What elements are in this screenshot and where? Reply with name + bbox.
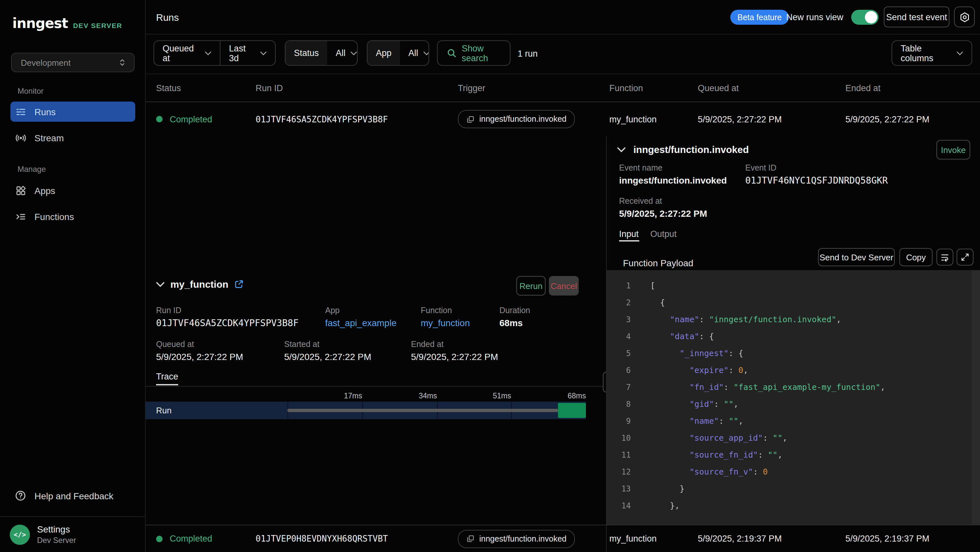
trigger-badge[interactable]: inngest/function.invoked (458, 110, 575, 128)
sidebar-item-apps[interactable]: Apps (10, 180, 135, 201)
sidebar-item-stream[interactable]: Stream (10, 128, 135, 148)
event-name-value: inngest/function.invoked (619, 175, 727, 185)
invoke-button[interactable]: Invoke (936, 140, 970, 160)
time-filter: Queued at Last 3d (153, 40, 276, 66)
event-copy-icon (466, 115, 475, 123)
show-search-label: Show search (462, 43, 501, 63)
show-search-button[interactable]: Show search (437, 40, 511, 66)
table-header: StatusRun IDTriggerFunctionQueued atEnde… (146, 74, 980, 102)
beta-feature-badge: Beta feature (730, 10, 789, 25)
event-copy-icon (466, 534, 475, 543)
ended-at-cell: 5/9/2025, 2:19:37 PM (845, 525, 929, 552)
payload-code-editor[interactable]: 1[2 {3 "name": "inngest/function.invoked… (607, 270, 980, 525)
external-link-icon[interactable] (234, 279, 244, 289)
manage-section-label: Manage (18, 165, 46, 174)
trace-tick-label: 68ms (547, 392, 586, 400)
code-line: 5 "_inngest": { (607, 345, 980, 362)
event-title: inngest/function.invoked (633, 144, 749, 155)
settings-gear-button[interactable] (954, 6, 975, 27)
code-line: 7 "fn_id": "fast_api_example-my_function… (607, 379, 980, 396)
environment-select[interactable]: Development (11, 53, 135, 72)
expand-button[interactable] (956, 249, 974, 266)
function-cell: my_function (609, 525, 657, 552)
code-line: 11 "source_fn_id": "", (607, 447, 980, 463)
field-label: Received at (619, 196, 662, 206)
function-link[interactable]: my_function (421, 317, 470, 328)
code-lines: 1[2 {3 "name": "inngest/function.invoked… (607, 277, 980, 514)
run-id-value: 01JTVF46SA5ZCDK4YPFSPV3B8F (156, 317, 299, 328)
time-field-dropdown[interactable]: Queued at (154, 41, 220, 65)
status-filter-value: All (336, 48, 346, 58)
help-icon (15, 490, 26, 501)
run-id-cell: 01JTVEP0H8EVDNYXH68QRSTVBT (256, 525, 388, 552)
sidebar-item-runs[interactable]: Runs (10, 102, 135, 122)
chevron-down-icon (956, 51, 963, 55)
runs-icon (16, 107, 26, 117)
app-filter-dropdown[interactable]: All (400, 41, 429, 65)
app-link[interactable]: fast_api_example (325, 317, 397, 328)
help-and-feedback[interactable]: Help and Feedback (15, 490, 113, 501)
code-line: 2 { (607, 294, 980, 311)
word-wrap-button[interactable] (936, 249, 953, 266)
help-label: Help and Feedback (35, 490, 113, 501)
collapse-chevron-icon[interactable] (156, 282, 164, 287)
settings-title: Settings (37, 524, 76, 534)
column-header-queued-at: Queued at (698, 83, 739, 93)
field-label: Run ID (156, 306, 181, 315)
field-label: Ended at (411, 340, 444, 349)
app-filter-value: All (408, 48, 418, 58)
send-test-event-button[interactable]: Send test event (884, 6, 950, 27)
time-range-dropdown[interactable]: Last 3d (220, 41, 275, 65)
status-label: Completed (170, 534, 212, 544)
field-label: Event name (619, 163, 662, 172)
sidebar-item-label: Runs (35, 107, 56, 117)
trace-run-row[interactable]: Run (146, 402, 586, 419)
trigger-badge[interactable]: inngest/function.invoked (458, 530, 575, 548)
send-to-dev-server-button[interactable]: Send to Dev Server (818, 248, 895, 266)
code-line: 6 "expire": 0, (607, 362, 980, 379)
line-number: 2 (607, 294, 631, 311)
column-header-trigger: Trigger (458, 83, 485, 93)
line-number: 8 (607, 396, 631, 413)
run-function-title: my_function (170, 279, 228, 290)
settings-entry[interactable]: </> Settings Dev Server (10, 524, 76, 545)
table-row[interactable]: Completed 01JTVF46SA5ZCDK4YPFSPV3B8F inn… (146, 102, 980, 136)
code-scrollbar[interactable] (972, 270, 980, 525)
tab-trace[interactable]: Trace (156, 372, 178, 381)
active-tab-underline (156, 384, 178, 385)
rerun-button[interactable]: Rerun (516, 276, 546, 295)
page-title: Runs (156, 12, 179, 23)
status-dot (156, 535, 162, 542)
trace-wait-segment (288, 409, 558, 412)
field-label: Duration (500, 306, 530, 315)
table-columns-label: Table columns (900, 43, 951, 63)
line-number: 7 (607, 379, 631, 396)
status-filter-label: Status (285, 41, 328, 65)
new-runs-view-toggle[interactable] (851, 10, 878, 25)
line-number: 5 (607, 345, 631, 362)
trigger-name: inngest/function.invoked (479, 534, 566, 543)
table-columns-dropdown[interactable]: Table columns (892, 40, 972, 66)
collapse-chevron-icon[interactable] (617, 147, 625, 152)
result-count: 1 run (518, 49, 538, 59)
field-label: App (325, 306, 340, 315)
table-row[interactable]: Completed 01JTVEP0H8EVDNYXH68QRSTVBT inn… (146, 525, 980, 552)
sidebar-divider (0, 516, 146, 517)
ended-at-cell: 5/9/2025, 2:27:22 PM (845, 102, 929, 136)
tab-input[interactable]: Input (619, 229, 639, 239)
status-filter-dropdown[interactable]: All (328, 41, 358, 65)
gear-icon (959, 11, 970, 22)
duration-value: 68ms (500, 317, 523, 328)
chevron-down-icon (351, 51, 357, 55)
trace-divider (146, 386, 606, 387)
column-header-function: Function (609, 83, 643, 93)
sidebar-item-functions[interactable]: Functions (10, 206, 135, 227)
status-dot (156, 116, 162, 122)
copy-button[interactable]: Copy (899, 248, 932, 266)
trace-tick-label: 51ms (472, 392, 511, 400)
updown-icon (118, 58, 126, 67)
time-range-value: Last 3d (229, 43, 255, 63)
tab-output[interactable]: Output (650, 229, 677, 239)
trace-tick-label: 17ms (323, 392, 362, 400)
ended-at-value: 5/9/2025, 2:27:22 PM (411, 351, 498, 362)
